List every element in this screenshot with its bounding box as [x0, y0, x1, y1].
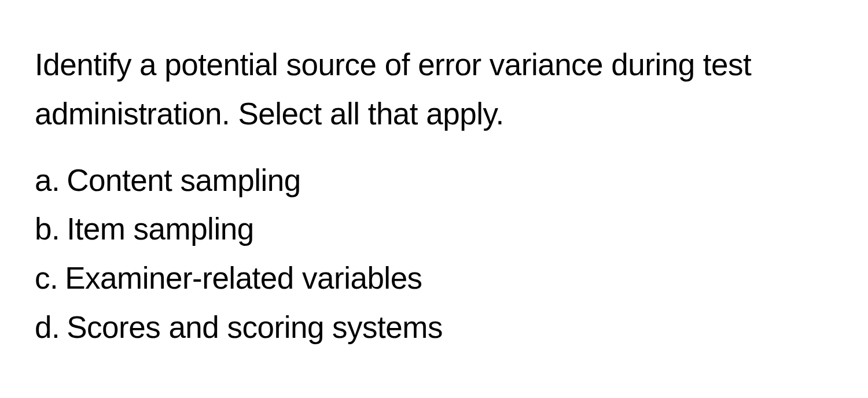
option-a[interactable]: a. Content sampling — [35, 156, 833, 205]
option-text: Examiner-related variables — [65, 254, 422, 303]
option-text: Item sampling — [67, 205, 253, 254]
question-text: Identify a potential source of error var… — [35, 40, 833, 139]
option-text: Content sampling — [67, 156, 300, 205]
option-c[interactable]: c. Examiner-related variables — [35, 254, 833, 303]
option-text: Scores and scoring systems — [67, 303, 443, 352]
option-d[interactable]: d. Scores and scoring systems — [35, 303, 833, 352]
question-container: Identify a potential source of error var… — [35, 40, 833, 352]
options-list: a. Content sampling b. Item sampling c. … — [35, 156, 833, 352]
option-letter: a. — [35, 156, 60, 205]
option-letter: c. — [35, 254, 58, 303]
option-b[interactable]: b. Item sampling — [35, 205, 833, 254]
option-letter: b. — [35, 205, 60, 254]
option-letter: d. — [35, 303, 60, 352]
